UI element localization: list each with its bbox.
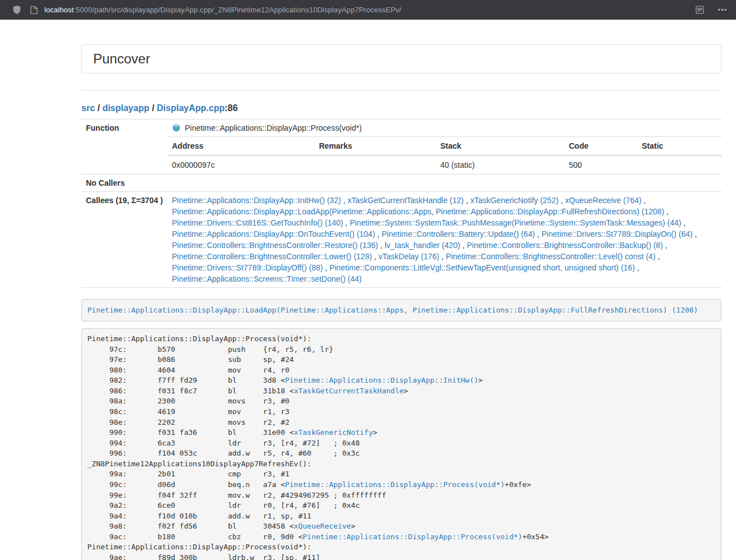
page-title: Puncover <box>93 52 710 66</box>
callee-separator: , <box>323 263 330 272</box>
col-static: Static <box>637 137 722 155</box>
function-name-row: Pinetime::Applications::DisplayApp::Proc… <box>167 120 722 137</box>
col-stack: Stack <box>436 137 564 155</box>
callee-separator: , <box>464 196 470 205</box>
callees-list: Pinetime::Applications::DisplayApp::Init… <box>167 192 722 288</box>
breadcrumb-line-number: :86 <box>225 103 237 113</box>
callee-separator: , <box>693 229 697 238</box>
callee-separator: , <box>375 229 382 238</box>
selected-symbol-panel: Pinetime::Applications::DisplayApp::Load… <box>81 299 721 322</box>
callee-link[interactable]: Pinetime::Controllers::Battery::Update()… <box>382 229 535 238</box>
url-bar[interactable]: localhost:5000/path/src/displayapp/Displ… <box>44 6 688 14</box>
function-detail-table: Address Remarks Stack Code Static 0x0000… <box>167 137 722 174</box>
function-icon <box>172 123 181 132</box>
callee-link[interactable]: vTaskDelay (176) <box>378 252 439 261</box>
reader-view-icon[interactable] <box>696 6 704 14</box>
callee-link[interactable]: xQueueReceive (764) <box>565 196 642 205</box>
kebab-menu-icon[interactable]: ⋯ <box>715 4 729 16</box>
col-code: Code <box>564 137 637 155</box>
detail-header-row: Address Remarks Stack Code Static <box>167 137 722 155</box>
function-cell: Pinetime::Applications::DisplayApp::Proc… <box>167 120 722 175</box>
url-host: localhost <box>44 6 74 14</box>
code-symbol-link[interactable]: xQueueReceive <box>294 522 351 530</box>
callee-link[interactable]: Pinetime::Applications::Screens::Timer::… <box>172 274 362 283</box>
no-callers-row: No Callers <box>81 175 722 192</box>
code-symbol-link[interactable]: Pinetime::Applications::DisplayApp::Proc… <box>285 480 505 489</box>
callee-link[interactable]: Pinetime::Controllers::BrightnessControl… <box>467 241 662 250</box>
page-header-panel: Puncover <box>81 44 721 74</box>
cell-stack: 40 (static) <box>436 155 564 174</box>
callee-link[interactable]: Pinetime::Controllers::BrightnessControl… <box>446 252 655 261</box>
function-name: Pinetime::Applications::DisplayApp::Proc… <box>185 122 362 134</box>
callee-link[interactable]: xTaskGenericNotify (252) <box>470 196 559 205</box>
cell-address: 0x0000097c <box>167 155 314 174</box>
cell-code: 500 <box>564 155 637 174</box>
page-info-icon[interactable] <box>30 6 38 15</box>
callee-separator: , <box>535 229 542 238</box>
callee-separator: , <box>372 252 379 261</box>
callee-separator: , <box>656 252 660 261</box>
callee-separator: , <box>664 207 669 216</box>
callees-row: Callees (19, Σ=3704 ) Pinetime::Applicat… <box>81 192 722 288</box>
code-symbol-link[interactable]: Pinetime::Applications::DisplayApp::Proc… <box>303 533 522 541</box>
callee-separator: , <box>663 241 668 250</box>
callee-separator: , <box>439 252 446 261</box>
callee-link[interactable]: Pinetime::Applications::DisplayApp::Init… <box>172 196 341 205</box>
callee-link[interactable]: Pinetime::Controllers::BrightnessControl… <box>172 252 372 261</box>
code-symbol-link[interactable]: xTaskGetCurrentTaskHandle <box>294 387 404 395</box>
disassembly-code: Pinetime::Applications::DisplayApp::Proc… <box>81 328 721 560</box>
browser-chrome: localhost:5000/path/src/displayapp/Displ… <box>0 0 736 20</box>
selected-symbol-link[interactable]: Pinetime::Applications::DisplayApp::Load… <box>88 306 698 314</box>
callee-link[interactable]: Pinetime::Components::LittleVgl::SetNewT… <box>330 263 635 272</box>
divider <box>81 90 721 91</box>
breadcrumb-link[interactable]: src <box>81 103 95 113</box>
cell-remarks <box>314 155 436 174</box>
breadcrumb-link[interactable]: DisplayApp.cpp <box>157 103 225 113</box>
callee-separator: , <box>559 196 565 205</box>
no-callers-cell <box>167 175 722 192</box>
breadcrumb-separator: / <box>149 103 157 113</box>
code-symbol-link[interactable]: xTaskGenericNotify <box>294 428 373 437</box>
callee-separator: , <box>635 263 639 272</box>
col-remarks: Remarks <box>314 137 436 155</box>
callee-link[interactable]: Pinetime::Controllers::BrightnessControl… <box>172 241 378 250</box>
callee-link[interactable]: Pinetime::Applications::DisplayApp::Load… <box>172 207 664 216</box>
callee-link[interactable]: Pinetime::Drivers::St7789::DisplayOn() (… <box>542 229 693 238</box>
cell-static <box>637 155 722 174</box>
callee-link[interactable]: Pinetime::Applications::DisplayApp::OnTo… <box>172 229 375 238</box>
callee-separator: , <box>681 218 685 227</box>
detail-value-row: 0x0000097c 40 (static) 500 <box>167 155 722 174</box>
callee-link[interactable]: Pinetime::Drivers::Cst816S::GetTouchInfo… <box>172 218 343 227</box>
breadcrumb-link[interactable]: displayapp <box>102 103 149 113</box>
callee-separator: , <box>343 218 350 227</box>
callee-separator: , <box>341 196 348 205</box>
function-row: Function Pinetime::Applications::Display… <box>81 120 722 175</box>
breadcrumb: src / displayapp / DisplayApp.cpp:86 <box>81 103 721 113</box>
url-path: :5000/path/src/displayapp/DisplayApp.cpp… <box>74 6 401 14</box>
no-callers-label: No Callers <box>81 175 167 192</box>
page-container: Puncover src / displayapp / DisplayApp.c… <box>81 44 721 560</box>
callee-link[interactable]: Pinetime::Drivers::St7789::DisplayOff() … <box>172 263 323 272</box>
callee-separator: , <box>378 241 385 250</box>
callee-separator: , <box>460 241 467 250</box>
callee-link[interactable]: xTaskGetCurrentTaskHandle (12) <box>348 196 464 205</box>
callee-link[interactable]: lv_task_handler (420) <box>385 241 460 250</box>
symbol-table: Function Pinetime::Applications::Display… <box>81 119 722 288</box>
code-symbol-link[interactable]: Pinetime::Applications::DisplayApp::Init… <box>285 376 478 384</box>
callees-label: Callees (19, Σ=3704 ) <box>81 192 167 288</box>
shield-icon[interactable] <box>12 5 21 15</box>
breadcrumb-separator: / <box>95 103 102 113</box>
function-row-label: Function <box>81 120 167 175</box>
callee-link[interactable]: Pinetime::System::SystemTask::PushMessag… <box>350 218 682 227</box>
callee-separator: , <box>642 196 646 205</box>
col-address: Address <box>167 137 314 155</box>
